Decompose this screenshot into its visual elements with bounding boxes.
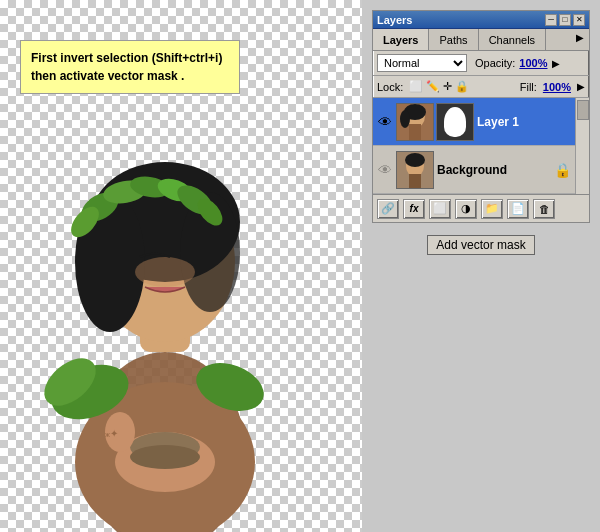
panel-titlebar: Layers ─ □ ✕: [373, 11, 589, 29]
panel-toolbar: 🔗 fx ⬜ ◑ 📁 📄 🗑: [373, 194, 589, 222]
new-layer-button[interactable]: 📄: [507, 199, 529, 219]
delete-layer-button[interactable]: 🗑: [533, 199, 555, 219]
fill-value[interactable]: 100%: [543, 81, 571, 93]
close-button[interactable]: ✕: [573, 14, 585, 26]
fill-label: Fill:: [520, 81, 537, 93]
tooltip-box: First invert selection (Shift+ctrl+i) th…: [20, 40, 240, 94]
layer-thumb-background: [396, 151, 434, 189]
svg-point-26: [400, 110, 410, 128]
opacity-value[interactable]: 100%: [519, 57, 547, 69]
layer-name-background: Background: [437, 163, 551, 177]
folder-icon: 📁: [485, 202, 499, 215]
add-vector-mask-label[interactable]: Add vector mask: [427, 235, 534, 255]
blend-mode-select[interactable]: Normal: [377, 54, 467, 72]
lock-transparent-icon[interactable]: ⬜: [409, 80, 423, 93]
lock-label: Lock:: [377, 81, 403, 93]
lock-position-icon[interactable]: ✛: [443, 80, 452, 93]
minimize-button[interactable]: ─: [545, 14, 557, 26]
layer-thumb-layer1: [396, 103, 434, 141]
opacity-label: Opacity:: [475, 57, 515, 69]
link-icon: 🔗: [381, 202, 395, 215]
close-icon: ✕: [576, 15, 583, 24]
link-layers-button[interactable]: 🔗: [377, 199, 399, 219]
minimize-icon: ─: [548, 15, 554, 24]
layer-mask-thumb: [436, 103, 474, 141]
panel-scrollbar[interactable]: [575, 98, 589, 194]
mask-button[interactable]: ⬜: [429, 199, 451, 219]
lock-icon-background: 🔒: [554, 162, 571, 178]
svg-point-14: [135, 257, 195, 287]
lock-all-icon[interactable]: 🔒: [455, 80, 469, 93]
layer-row-layer1[interactable]: 👁: [373, 98, 575, 146]
panel-title: Layers: [377, 14, 412, 26]
layers-panel: Layers ─ □ ✕ Layers Paths C: [372, 10, 590, 223]
layers-list: 👁: [373, 98, 575, 194]
tab-paths[interactable]: Paths: [429, 29, 478, 50]
svg-point-20: [130, 445, 200, 469]
fill-arrow[interactable]: ▶: [577, 81, 585, 92]
eye-icon-layer1[interactable]: 👁: [377, 114, 393, 130]
thumb-group-layer1: [396, 103, 474, 141]
eye-icon-background[interactable]: 👁: [377, 162, 393, 178]
layer-name-layer1: Layer 1: [477, 115, 571, 129]
fx-button[interactable]: fx: [403, 199, 425, 219]
blend-mode-row: Normal Opacity: 100% ▶: [373, 51, 589, 76]
fx-icon: fx: [410, 203, 419, 214]
tooltip-text: First invert selection (Shift+ctrl+i) th…: [31, 51, 222, 83]
tab-layers[interactable]: Layers: [373, 29, 429, 50]
layer-row-background[interactable]: 👁 Background 🔒: [373, 146, 575, 194]
lock-icons: ⬜ ✏️ ✛ 🔒: [409, 80, 469, 93]
svg-point-30: [405, 153, 425, 167]
canvas-area: First invert selection (Shift+ctrl+i) th…: [0, 0, 362, 532]
lock-pixels-icon[interactable]: ✏️: [426, 80, 440, 93]
mask-white-shape: [444, 107, 466, 137]
svg-rect-27: [409, 124, 421, 140]
adjustment-button[interactable]: ◑: [455, 199, 477, 219]
trash-icon: 🗑: [539, 203, 550, 215]
adjustment-icon: ◑: [461, 202, 471, 215]
group-button[interactable]: 📁: [481, 199, 503, 219]
maximize-button[interactable]: □: [559, 14, 571, 26]
panel-menu-arrow[interactable]: ▶: [571, 29, 589, 50]
right-panel: Layers ─ □ ✕ Layers Paths C: [362, 0, 600, 532]
svg-text:⁎✦: ⁎✦: [105, 428, 118, 439]
person-figure: ⁎✦: [10, 32, 320, 532]
mask-icon: ⬜: [433, 202, 447, 215]
svg-rect-31: [409, 174, 421, 188]
lock-row: Lock: ⬜ ✏️ ✛ 🔒 Fill: 100% ▶: [373, 76, 589, 98]
title-buttons: ─ □ ✕: [545, 14, 585, 26]
new-layer-icon: 📄: [511, 202, 525, 215]
tab-channels[interactable]: Channels: [479, 29, 546, 50]
opacity-arrow[interactable]: ▶: [552, 58, 560, 69]
maximize-icon: □: [563, 15, 568, 24]
arrow-icon: ▶: [576, 32, 584, 43]
tab-bar: Layers Paths Channels ▶: [373, 29, 589, 51]
